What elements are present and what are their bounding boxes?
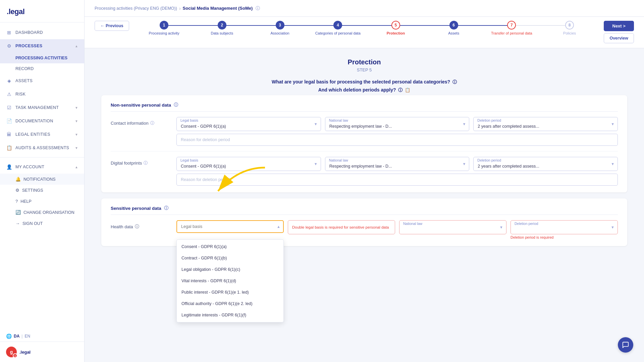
- dropdown-option-public-interest[interactable]: Public interest - GDPR 6(1)(e 1. led): [177, 287, 283, 298]
- processes-icon: ⚙: [6, 43, 12, 49]
- step-line-7: [512, 25, 570, 26]
- step-6[interactable]: 6 Assets: [425, 21, 483, 35]
- sub-item-label: SETTINGS: [22, 188, 43, 193]
- lang-da[interactable]: DA: [14, 334, 19, 339]
- digital-legal-basis-select[interactable]: Consent - GDPR 6(1)(a): [176, 157, 321, 171]
- step-3[interactable]: 3 Association: [251, 21, 309, 35]
- sidebar: .legal ⊞ DASHBOARD ⚙ PROCESSES ▲ PROCESS…: [0, 0, 85, 362]
- sidebar-item-task-management[interactable]: ☑ TASK MANAGEMENT ▼: [0, 101, 84, 114]
- lang-en[interactable]: EN: [24, 334, 30, 339]
- step-circle-4: 4: [333, 21, 342, 29]
- step-line-6: [454, 25, 512, 26]
- select-chevron-icon: ▼: [611, 225, 614, 229]
- dropdown-option-vital-interests[interactable]: Vital interests - GDPR 6(1)(d): [177, 275, 283, 287]
- breadcrumb-info-icon[interactable]: ⓘ: [256, 5, 260, 11]
- sidebar-item-dashboard[interactable]: ⊞ DASHBOARD: [0, 26, 84, 39]
- step-2[interactable]: 2 Data subjects: [193, 21, 251, 35]
- sidebar-item-processes[interactable]: ⚙ PROCESSES ▲: [0, 39, 84, 53]
- chat-icon: [622, 341, 629, 349]
- double-basis-error-text: Double legal basis is required for sensi…: [292, 225, 389, 229]
- previous-button[interactable]: ← Previous: [95, 21, 129, 31]
- contact-info-fields-row2: [176, 134, 618, 146]
- step-line-1: [164, 25, 222, 26]
- change-org-icon: 🔄: [15, 210, 21, 215]
- double-basis-error-box: Double legal basis is required for sensi…: [288, 220, 395, 234]
- sidebar-item-notifications[interactable]: 🔔 NOTIFICATIONS: [0, 174, 84, 185]
- question2-info-icon[interactable]: ⓘ: [398, 87, 402, 93]
- account-icon: 👤: [6, 164, 12, 170]
- legal-entities-icon: 🏛: [6, 131, 12, 137]
- notification-badge: 1: [13, 353, 17, 358]
- step-1[interactable]: 1 Processing activity: [135, 21, 193, 35]
- digital-national-law-wrap: National law Respecting employment law -…: [325, 157, 470, 171]
- chevron-up-icon: ▲: [75, 44, 78, 48]
- sidebar-item-processing-activities[interactable]: PROCESSING ACTIVITIES: [0, 53, 84, 63]
- question2-doc-icon[interactable]: 📋: [405, 87, 410, 93]
- chevron-down-icon: ▼: [75, 133, 78, 136]
- health-legal-basis-input[interactable]: [176, 220, 284, 233]
- step-circle-5: 5: [391, 21, 400, 29]
- step-line-4: [338, 25, 396, 26]
- next-button[interactable]: Next >: [604, 21, 634, 31]
- overview-button[interactable]: Overview: [604, 33, 634, 43]
- sensitive-info-icon[interactable]: ⓘ: [164, 205, 168, 211]
- sidebar-item-risk[interactable]: ⚠ RISK: [0, 87, 84, 101]
- logo: .legal: [7, 7, 24, 16]
- step-circle-7: 7: [507, 21, 516, 29]
- dropdown-option-official-authority[interactable]: Official authority - GDPR 6(1)(e 2. led): [177, 298, 283, 309]
- dropdown-option-contract[interactable]: Contract - GDPR 6(1)(b): [177, 252, 283, 264]
- step-4[interactable]: 4 Categories of personal data: [309, 21, 367, 35]
- digital-legal-basis-wrap: Legal basis Consent - GDPR 6(1)(a) ▼: [176, 157, 321, 171]
- dropdown-option-legal-obligation[interactable]: Legal obligation - GDPR 6(1)(c): [177, 264, 283, 275]
- navigation-buttons: Next > Overview: [604, 21, 634, 43]
- health-deletion-period-select[interactable]: [511, 220, 618, 234]
- step-label-7: Transfer of personal data: [491, 31, 532, 35]
- sidebar-item-my-account[interactable]: 👤 MY ACCOUNT ▲: [0, 160, 84, 174]
- step-circle-3: 3: [276, 21, 284, 29]
- health-legal-basis-open[interactable]: ▲: [176, 220, 284, 233]
- contact-reason-input[interactable]: [176, 134, 618, 146]
- sidebar-item-label: LEGAL ENTITIES: [15, 132, 50, 137]
- dashboard-icon: ⊞: [6, 29, 12, 36]
- health-data-info-icon[interactable]: ⓘ: [135, 224, 139, 230]
- non-sensitive-info-icon[interactable]: ⓘ: [174, 102, 178, 108]
- dropdown-option-legitimate-interests[interactable]: Legitimate interests - GDPR 6(1)(f): [177, 309, 283, 321]
- nav-divider: [0, 157, 84, 158]
- digital-national-law-select[interactable]: Respecting employment law - D...: [325, 157, 470, 171]
- assets-icon: ◈: [6, 78, 12, 84]
- sidebar-item-help[interactable]: ? HELP: [0, 196, 84, 207]
- question1-info-icon[interactable]: ⓘ: [452, 79, 457, 84]
- contact-info-icon[interactable]: ⓘ: [150, 120, 154, 126]
- sidebar-item-legal-entities[interactable]: 🏛 LEGAL ENTITIES ▼: [0, 128, 84, 141]
- digital-deletion-period-select[interactable]: 2 years after completed assess...: [473, 157, 618, 171]
- step-8[interactable]: 8 Policies: [541, 21, 599, 35]
- sidebar-item-label: ASSETS: [15, 78, 33, 83]
- sidebar-item-assets[interactable]: ◈ ASSETS: [0, 74, 84, 87]
- step-7[interactable]: 7 Transfer of personal data: [483, 21, 541, 35]
- topbar: Processing activities (Privacy ENG (DEMO…: [85, 0, 644, 17]
- sidebar-item-record[interactable]: RECORD: [0, 63, 84, 74]
- main-nav: ⊞ DASHBOARD ⚙ PROCESSES ▲ PROCESSING ACT…: [0, 22, 84, 331]
- sidebar-item-change-org[interactable]: 🔄 CHANGE ORGANISATION: [0, 207, 84, 218]
- dropdown-option-consent[interactable]: Consent - GDPR 6(1)(a): [177, 241, 283, 252]
- chat-bubble-button[interactable]: [618, 337, 633, 353]
- sign-out-icon: →: [15, 221, 20, 226]
- legal-basis-dropdown-list: Consent - GDPR 6(1)(a) Contract - GDPR 6…: [176, 239, 284, 322]
- contact-national-law-select[interactable]: Respecting employment law - D...: [325, 117, 470, 131]
- breadcrumb-parent[interactable]: Processing activities (Privacy ENG (DEMO…: [95, 6, 177, 11]
- sidebar-item-sign-out[interactable]: → SIGN OUT: [0, 218, 84, 229]
- non-sensitive-section: Non-sensitive personal data ⓘ Contact in…: [101, 95, 627, 192]
- step-5[interactable]: ⌄ 5 Protection: [367, 21, 425, 35]
- digital-reason-input[interactable]: [176, 174, 618, 186]
- digital-footprints-info-icon[interactable]: ⓘ: [144, 160, 148, 166]
- step-circle-6: 6: [449, 21, 458, 29]
- contact-legal-basis-select[interactable]: Consent - GDPR 6(1)(a): [176, 117, 321, 131]
- sub-item-label: CHANGE ORGANISATION: [23, 210, 74, 215]
- contact-deletion-period-select[interactable]: 2 years after completed assess...: [473, 117, 618, 131]
- settings-icon: ⚙: [15, 188, 19, 193]
- sidebar-item-audits[interactable]: 📋 AUDITS & ASSESSMENTS ▼: [0, 141, 84, 155]
- sidebar-item-settings[interactable]: ⚙ SETTINGS: [0, 185, 84, 196]
- sidebar-item-documentation[interactable]: 📄 DOCUMENTATION ▼: [0, 114, 84, 128]
- health-national-law-select[interactable]: [399, 220, 506, 234]
- step-line-3: [280, 25, 338, 26]
